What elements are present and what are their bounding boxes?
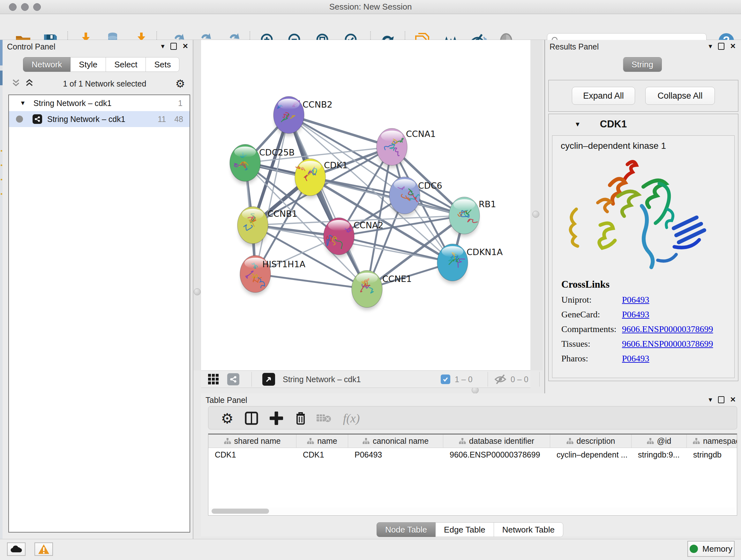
expand-all-button[interactable]: Expand All (572, 87, 635, 105)
node-HIST1H1A[interactable]: HIST1H1A (240, 255, 306, 295)
float-panel-icon[interactable]: ▾ (161, 42, 165, 51)
cell-database-identifier[interactable]: 9606.ENSP00000378699 (443, 448, 550, 461)
control-panel: Control Panel ▾ ✕ NetworkStyleSelectSets… (3, 40, 193, 539)
column-header-name[interactable]: name (296, 435, 348, 448)
main-toolbar: ? (0, 14, 741, 40)
edge-CCNB2-HIST1H1A[interactable] (255, 115, 289, 274)
crosslink-label-uniprot: Uniprot: (561, 295, 622, 305)
selected-counts: 1 – 0 (455, 375, 473, 384)
cell-canonical-name[interactable]: P06493 (348, 448, 443, 461)
memory-button[interactable]: Memory (687, 541, 735, 557)
network-row-label: String Network – cdk1 (47, 115, 125, 124)
edge-CCNB2-CCNA1[interactable] (289, 115, 392, 147)
horizontal-scrollbar[interactable] (209, 508, 736, 515)
function-builder-disabled: f(x) (339, 409, 364, 428)
crosslink-row: GeneCard:P06493 (561, 309, 727, 320)
undock-panel-icon[interactable] (718, 43, 724, 50)
tab-edge-table[interactable]: Edge Table (435, 522, 494, 537)
tab-string[interactable]: String (623, 57, 662, 72)
crosslink-link-tissues[interactable]: 9606.ENSP00000378699 (622, 339, 713, 349)
network-selection-status: 1 of 1 Network selected (34, 79, 176, 88)
tab-network[interactable]: Network (23, 57, 71, 72)
grid-view-button[interactable] (207, 373, 219, 386)
collapse-all-button[interactable]: Collapse All (645, 87, 715, 105)
protein-structure-image (562, 155, 712, 273)
tab-node-table[interactable]: Node Table (377, 522, 435, 537)
table-row[interactable]: CDK1CDK1P064939606.ENSP00000378699cyclin… (208, 448, 737, 461)
edge-CCNA2-CDKN1A[interactable] (339, 236, 453, 262)
float-panel-icon[interactable]: ▾ (709, 395, 712, 404)
column-header-namespace[interactable]: namespace (687, 435, 737, 448)
cell-name[interactable]: CDK1 (296, 448, 348, 461)
collection-expand-triangle-icon[interactable]: ▼ (20, 100, 26, 107)
cell-shared-name[interactable]: CDK1 (208, 448, 296, 461)
create-column-button[interactable] (267, 409, 286, 428)
columns-icon (245, 411, 259, 425)
expand-all-tree-icon[interactable] (25, 78, 34, 89)
right-splitter[interactable] (530, 40, 542, 370)
warnings-button[interactable] (35, 543, 53, 556)
splitter-handle[interactable] (532, 211, 539, 218)
splitter-handle[interactable] (194, 288, 201, 295)
delete-column-button[interactable] (291, 409, 310, 428)
table-toolbar: ⚙ f (208, 406, 737, 429)
network-collection-row[interactable]: ▼ String Network – cdk1 1 (9, 95, 190, 111)
grid-icon (207, 373, 219, 385)
network-options-gear-icon[interactable]: ⚙ (176, 77, 185, 90)
crosslink-link-genecard[interactable]: P06493 (622, 309, 650, 320)
node-label-RB1: RB1 (479, 199, 496, 209)
network-view-toolbar: String Network – cdk1 1 – 0 0 – 0 (201, 370, 530, 388)
tab-sets[interactable]: Sets (146, 57, 179, 72)
node-CCNB2[interactable]: CCNB2 (273, 97, 333, 136)
zoom-window-button[interactable] (33, 3, 41, 11)
protein-name: CDK1 (600, 118, 627, 130)
node-RB1[interactable]: RB1 (449, 197, 496, 237)
minimize-window-button[interactable] (21, 3, 29, 11)
crosslink-link-pharos[interactable]: P06493 (622, 354, 650, 364)
share-icon (227, 373, 239, 385)
close-panel-icon[interactable]: ✕ (183, 42, 188, 51)
protein-detail-card: cyclin–dependent kinase 1 (552, 135, 735, 378)
network-view-button[interactable] (227, 373, 239, 386)
column-header-shared-name[interactable]: shared name (208, 435, 296, 448)
node-CCNB1[interactable]: CCNB1 (238, 206, 297, 246)
cell-id[interactable]: stringdb:9... (631, 448, 687, 461)
collapse-all-tree-icon[interactable] (11, 78, 20, 89)
table-options-gear-icon[interactable]: ⚙ (218, 409, 237, 428)
string-network-graph[interactable]: CCNB2CCNA1CDC25BCDK1CDC6RB1CCNB1CCNA2CDK… (201, 40, 530, 370)
tab-select[interactable]: Select (106, 57, 146, 72)
column-header-id[interactable]: @id (631, 435, 687, 448)
node-gloss (278, 99, 300, 110)
scrollbar-thumb[interactable] (212, 509, 269, 514)
toolbar-divider (539, 372, 540, 387)
node-CDC25B[interactable]: CDC25B (230, 144, 294, 184)
crosslink-link-compartments[interactable]: 9606.ENSP00000378699 (622, 324, 713, 334)
column-header-description[interactable]: description (550, 435, 631, 448)
collapse-triangle-icon[interactable]: ▼ (575, 121, 581, 128)
network-row-selected[interactable]: String Network – cdk1 11 48 (9, 111, 190, 127)
crosslinks-title: CrossLinks (561, 279, 727, 290)
undock-panel-icon[interactable] (171, 43, 177, 50)
undock-panel-icon[interactable] (718, 396, 724, 403)
column-header-canonical-name[interactable]: canonical name (348, 435, 443, 448)
close-panel-icon[interactable]: ✕ (730, 42, 736, 51)
crosslink-link-uniprot[interactable]: P06493 (622, 295, 650, 305)
node-CDKN1A[interactable]: CDKN1A (437, 244, 503, 284)
node-gloss (299, 161, 321, 172)
cell-description[interactable]: cyclin–dependent ... (550, 448, 631, 461)
detach-view-button[interactable] (262, 373, 275, 386)
warning-icon (38, 544, 50, 555)
close-panel-icon[interactable]: ✕ (730, 395, 736, 404)
close-window-button[interactable] (9, 3, 17, 11)
network-canvas[interactable]: CCNB2CCNA1CDC25BCDK1CDC6RB1CCNB1CCNA2CDK… (201, 40, 530, 370)
column-header-database-identifier[interactable]: database identifier (443, 435, 550, 448)
left-splitter[interactable] (193, 40, 201, 370)
tab-style[interactable]: Style (71, 57, 106, 72)
cell-namespace[interactable]: stringdb (687, 448, 737, 461)
cloud-button[interactable] (7, 543, 25, 556)
results-panel-title: Results Panel (549, 42, 599, 51)
edge-HIST1H1A-CCNE1[interactable] (255, 274, 367, 289)
show-columns-button[interactable] (242, 409, 261, 428)
float-panel-icon[interactable]: ▾ (709, 42, 712, 51)
tab-network-table[interactable]: Network Table (494, 522, 563, 537)
